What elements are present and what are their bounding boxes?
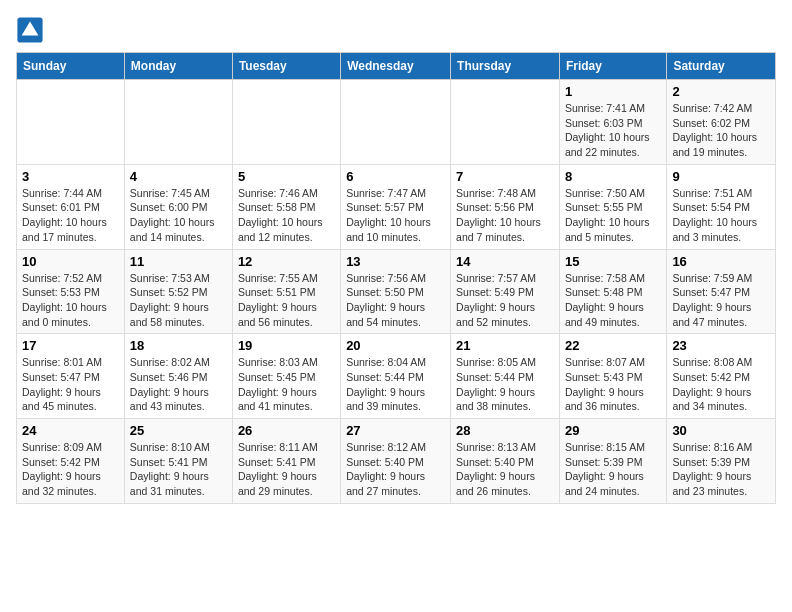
day-number: 22 xyxy=(565,338,661,353)
day-number: 26 xyxy=(238,423,335,438)
logo-icon xyxy=(16,16,44,44)
day-number: 9 xyxy=(672,169,770,184)
day-detail: Sunrise: 7:58 AM Sunset: 5:48 PM Dayligh… xyxy=(565,271,661,330)
calendar-cell xyxy=(451,80,560,165)
day-number: 23 xyxy=(672,338,770,353)
calendar-cell: 14Sunrise: 7:57 AM Sunset: 5:49 PM Dayli… xyxy=(451,249,560,334)
calendar-cell: 16Sunrise: 7:59 AM Sunset: 5:47 PM Dayli… xyxy=(667,249,776,334)
day-detail: Sunrise: 7:56 AM Sunset: 5:50 PM Dayligh… xyxy=(346,271,445,330)
calendar-cell: 1Sunrise: 7:41 AM Sunset: 6:03 PM Daylig… xyxy=(559,80,666,165)
day-number: 25 xyxy=(130,423,227,438)
day-number: 12 xyxy=(238,254,335,269)
day-detail: Sunrise: 8:03 AM Sunset: 5:45 PM Dayligh… xyxy=(238,355,335,414)
calendar-cell: 21Sunrise: 8:05 AM Sunset: 5:44 PM Dayli… xyxy=(451,334,560,419)
day-detail: Sunrise: 7:45 AM Sunset: 6:00 PM Dayligh… xyxy=(130,186,227,245)
calendar-cell: 7Sunrise: 7:48 AM Sunset: 5:56 PM Daylig… xyxy=(451,164,560,249)
calendar-week-row: 17Sunrise: 8:01 AM Sunset: 5:47 PM Dayli… xyxy=(17,334,776,419)
calendar-cell: 3Sunrise: 7:44 AM Sunset: 6:01 PM Daylig… xyxy=(17,164,125,249)
day-detail: Sunrise: 8:09 AM Sunset: 5:42 PM Dayligh… xyxy=(22,440,119,499)
calendar-cell: 20Sunrise: 8:04 AM Sunset: 5:44 PM Dayli… xyxy=(341,334,451,419)
day-number: 14 xyxy=(456,254,554,269)
day-detail: Sunrise: 8:05 AM Sunset: 5:44 PM Dayligh… xyxy=(456,355,554,414)
day-detail: Sunrise: 7:59 AM Sunset: 5:47 PM Dayligh… xyxy=(672,271,770,330)
weekday-header: Friday xyxy=(559,53,666,80)
calendar-cell: 26Sunrise: 8:11 AM Sunset: 5:41 PM Dayli… xyxy=(232,419,340,504)
day-number: 20 xyxy=(346,338,445,353)
day-number: 8 xyxy=(565,169,661,184)
day-detail: Sunrise: 7:51 AM Sunset: 5:54 PM Dayligh… xyxy=(672,186,770,245)
day-detail: Sunrise: 8:11 AM Sunset: 5:41 PM Dayligh… xyxy=(238,440,335,499)
day-number: 5 xyxy=(238,169,335,184)
day-detail: Sunrise: 8:02 AM Sunset: 5:46 PM Dayligh… xyxy=(130,355,227,414)
page-header xyxy=(16,16,776,44)
calendar-cell: 28Sunrise: 8:13 AM Sunset: 5:40 PM Dayli… xyxy=(451,419,560,504)
day-number: 21 xyxy=(456,338,554,353)
calendar-cell: 30Sunrise: 8:16 AM Sunset: 5:39 PM Dayli… xyxy=(667,419,776,504)
calendar-week-row: 10Sunrise: 7:52 AM Sunset: 5:53 PM Dayli… xyxy=(17,249,776,334)
weekday-header: Saturday xyxy=(667,53,776,80)
weekday-header: Sunday xyxy=(17,53,125,80)
day-detail: Sunrise: 7:57 AM Sunset: 5:49 PM Dayligh… xyxy=(456,271,554,330)
day-number: 30 xyxy=(672,423,770,438)
calendar-week-row: 3Sunrise: 7:44 AM Sunset: 6:01 PM Daylig… xyxy=(17,164,776,249)
day-detail: Sunrise: 8:10 AM Sunset: 5:41 PM Dayligh… xyxy=(130,440,227,499)
calendar-week-row: 1Sunrise: 7:41 AM Sunset: 6:03 PM Daylig… xyxy=(17,80,776,165)
calendar-header: SundayMondayTuesdayWednesdayThursdayFrid… xyxy=(17,53,776,80)
calendar-cell: 8Sunrise: 7:50 AM Sunset: 5:55 PM Daylig… xyxy=(559,164,666,249)
day-detail: Sunrise: 7:48 AM Sunset: 5:56 PM Dayligh… xyxy=(456,186,554,245)
day-number: 17 xyxy=(22,338,119,353)
day-number: 4 xyxy=(130,169,227,184)
day-number: 10 xyxy=(22,254,119,269)
calendar-cell xyxy=(17,80,125,165)
day-detail: Sunrise: 8:01 AM Sunset: 5:47 PM Dayligh… xyxy=(22,355,119,414)
calendar-cell xyxy=(232,80,340,165)
day-detail: Sunrise: 7:47 AM Sunset: 5:57 PM Dayligh… xyxy=(346,186,445,245)
calendar-cell: 4Sunrise: 7:45 AM Sunset: 6:00 PM Daylig… xyxy=(124,164,232,249)
calendar-cell: 9Sunrise: 7:51 AM Sunset: 5:54 PM Daylig… xyxy=(667,164,776,249)
day-number: 24 xyxy=(22,423,119,438)
calendar-week-row: 24Sunrise: 8:09 AM Sunset: 5:42 PM Dayli… xyxy=(17,419,776,504)
calendar-cell: 6Sunrise: 7:47 AM Sunset: 5:57 PM Daylig… xyxy=(341,164,451,249)
day-detail: Sunrise: 7:52 AM Sunset: 5:53 PM Dayligh… xyxy=(22,271,119,330)
calendar-table: SundayMondayTuesdayWednesdayThursdayFrid… xyxy=(16,52,776,504)
day-number: 16 xyxy=(672,254,770,269)
calendar-cell: 19Sunrise: 8:03 AM Sunset: 5:45 PM Dayli… xyxy=(232,334,340,419)
weekday-header: Thursday xyxy=(451,53,560,80)
calendar-cell: 27Sunrise: 8:12 AM Sunset: 5:40 PM Dayli… xyxy=(341,419,451,504)
calendar-cell: 5Sunrise: 7:46 AM Sunset: 5:58 PM Daylig… xyxy=(232,164,340,249)
day-detail: Sunrise: 8:16 AM Sunset: 5:39 PM Dayligh… xyxy=(672,440,770,499)
logo xyxy=(16,16,48,44)
calendar-cell: 2Sunrise: 7:42 AM Sunset: 6:02 PM Daylig… xyxy=(667,80,776,165)
calendar-cell: 24Sunrise: 8:09 AM Sunset: 5:42 PM Dayli… xyxy=(17,419,125,504)
calendar-cell: 13Sunrise: 7:56 AM Sunset: 5:50 PM Dayli… xyxy=(341,249,451,334)
day-number: 18 xyxy=(130,338,227,353)
day-number: 7 xyxy=(456,169,554,184)
day-detail: Sunrise: 8:07 AM Sunset: 5:43 PM Dayligh… xyxy=(565,355,661,414)
day-detail: Sunrise: 8:04 AM Sunset: 5:44 PM Dayligh… xyxy=(346,355,445,414)
day-number: 15 xyxy=(565,254,661,269)
day-detail: Sunrise: 7:50 AM Sunset: 5:55 PM Dayligh… xyxy=(565,186,661,245)
day-number: 3 xyxy=(22,169,119,184)
day-detail: Sunrise: 8:08 AM Sunset: 5:42 PM Dayligh… xyxy=(672,355,770,414)
calendar-cell: 22Sunrise: 8:07 AM Sunset: 5:43 PM Dayli… xyxy=(559,334,666,419)
calendar-cell: 17Sunrise: 8:01 AM Sunset: 5:47 PM Dayli… xyxy=(17,334,125,419)
calendar-cell: 15Sunrise: 7:58 AM Sunset: 5:48 PM Dayli… xyxy=(559,249,666,334)
day-number: 19 xyxy=(238,338,335,353)
weekday-header: Tuesday xyxy=(232,53,340,80)
day-detail: Sunrise: 7:46 AM Sunset: 5:58 PM Dayligh… xyxy=(238,186,335,245)
day-detail: Sunrise: 8:12 AM Sunset: 5:40 PM Dayligh… xyxy=(346,440,445,499)
day-detail: Sunrise: 8:13 AM Sunset: 5:40 PM Dayligh… xyxy=(456,440,554,499)
day-detail: Sunrise: 8:15 AM Sunset: 5:39 PM Dayligh… xyxy=(565,440,661,499)
day-number: 28 xyxy=(456,423,554,438)
calendar-cell xyxy=(124,80,232,165)
day-detail: Sunrise: 7:55 AM Sunset: 5:51 PM Dayligh… xyxy=(238,271,335,330)
day-number: 13 xyxy=(346,254,445,269)
day-detail: Sunrise: 7:44 AM Sunset: 6:01 PM Dayligh… xyxy=(22,186,119,245)
day-number: 1 xyxy=(565,84,661,99)
calendar-cell: 18Sunrise: 8:02 AM Sunset: 5:46 PM Dayli… xyxy=(124,334,232,419)
calendar-cell: 10Sunrise: 7:52 AM Sunset: 5:53 PM Dayli… xyxy=(17,249,125,334)
calendar-cell: 29Sunrise: 8:15 AM Sunset: 5:39 PM Dayli… xyxy=(559,419,666,504)
day-number: 2 xyxy=(672,84,770,99)
day-number: 11 xyxy=(130,254,227,269)
day-detail: Sunrise: 7:53 AM Sunset: 5:52 PM Dayligh… xyxy=(130,271,227,330)
